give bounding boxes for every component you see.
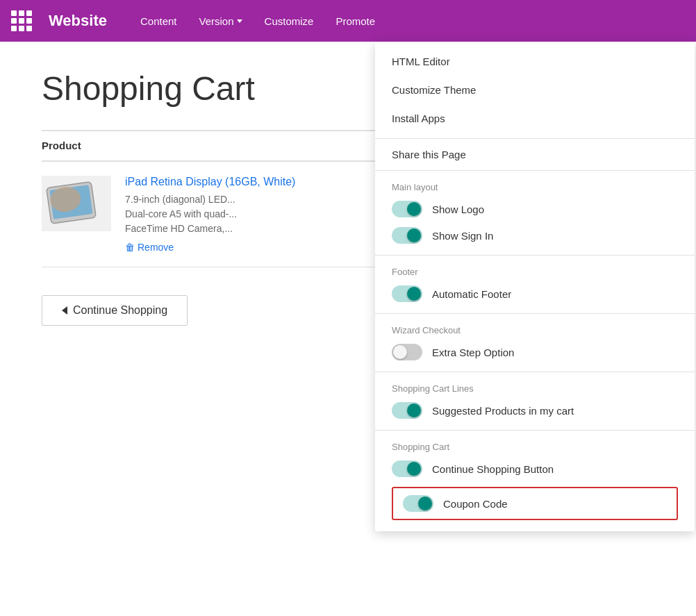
automatic-footer-row: Automatic Footer <box>392 285 678 302</box>
navbar-links: Content Version Customize Promote <box>140 15 375 27</box>
nav-content[interactable]: Content <box>140 15 177 27</box>
wizard-checkout-title: Wizard Checkout <box>392 325 678 335</box>
toggle-thumb <box>407 228 421 242</box>
continue-shopping-button-row: Continue Shopping Button <box>392 460 678 477</box>
navbar-brand: Website <box>49 12 107 30</box>
show-logo-label: Show Logo <box>432 203 484 215</box>
extra-step-label: Extra Step Option <box>432 347 514 358</box>
shopping-cart-lines-title: Shopping Cart Lines <box>392 383 678 394</box>
dropdown-customize-theme[interactable]: Customize Theme <box>375 76 695 104</box>
footer-title: Footer <box>392 267 678 277</box>
main-layout-section: Main layout Show Logo Show Sign In <box>375 171 695 256</box>
suggested-products-row: Suggested Products in my cart <box>392 402 678 419</box>
show-logo-toggle[interactable] <box>392 201 422 217</box>
arrow-left-icon <box>62 306 67 315</box>
product-image <box>42 176 111 231</box>
show-logo-row: Show Logo <box>392 201 678 217</box>
automatic-footer-toggle[interactable] <box>392 285 422 302</box>
dropdown-html-editor[interactable]: HTML Editor <box>375 47 695 76</box>
extra-step-toggle[interactable] <box>392 344 422 360</box>
coupon-code-toggle[interactable] <box>403 495 433 512</box>
extra-step-row: Extra Step Option <box>392 344 678 360</box>
toggle-thumb <box>407 202 421 216</box>
grid-menu-icon[interactable] <box>11 10 32 31</box>
coupon-code-row: Coupon Code <box>392 487 678 520</box>
product-image-svg <box>45 179 108 228</box>
show-signin-toggle[interactable] <box>392 227 422 244</box>
customize-dropdown: HTML Editor Customize Theme Install Apps… <box>375 42 695 531</box>
toggle-thumb <box>407 462 421 476</box>
shopping-cart-title: Shopping Cart <box>392 442 678 452</box>
continue-shopping-button[interactable]: Continue Shopping <box>42 295 188 326</box>
product-column-label: Product <box>42 140 81 151</box>
continue-shopping-button-label: Continue Shopping Button <box>432 463 554 475</box>
dropdown-top-section: HTML Editor Customize Theme Install Apps <box>375 42 695 139</box>
trash-icon: 🗑 <box>125 242 135 253</box>
navbar: Website Content Version Customize Promot… <box>0 0 696 42</box>
footer-section: Footer Automatic Footer <box>375 256 695 314</box>
wizard-checkout-section: Wizard Checkout Extra Step Option <box>375 314 695 372</box>
main-layout-title: Main layout <box>392 182 678 192</box>
show-signin-row: Show Sign In <box>392 227 678 244</box>
show-signin-label: Show Sign In <box>432 230 493 242</box>
nav-promote[interactable]: Promote <box>335 15 375 27</box>
toggle-thumb <box>407 287 421 301</box>
toggle-thumb <box>407 403 421 417</box>
share-this-page-label: Share this Page <box>375 139 695 171</box>
continue-shopping-button-toggle[interactable] <box>392 460 422 477</box>
suggested-products-label: Suggested Products in my cart <box>432 405 574 417</box>
toggle-thumb <box>418 497 432 510</box>
shopping-cart-lines-section: Shopping Cart Lines Suggested Products i… <box>375 372 695 431</box>
shopping-cart-section: Shopping Cart Continue Shopping Button C… <box>375 431 695 531</box>
nav-version[interactable]: Version <box>199 15 242 27</box>
dropdown-install-apps[interactable]: Install Apps <box>375 104 695 133</box>
nav-customize[interactable]: Customize <box>265 15 314 27</box>
automatic-footer-label: Automatic Footer <box>432 288 511 300</box>
toggle-thumb <box>393 345 407 359</box>
coupon-code-label: Coupon Code <box>443 498 508 510</box>
suggested-products-toggle[interactable] <box>392 402 422 419</box>
version-chevron-icon <box>237 19 242 23</box>
